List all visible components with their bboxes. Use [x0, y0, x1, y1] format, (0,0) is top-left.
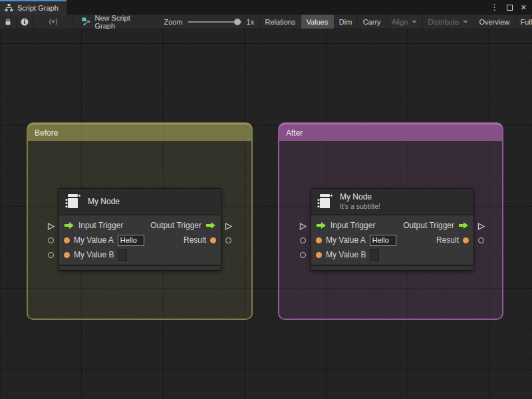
input-trigger-port-icon[interactable]	[316, 221, 327, 229]
relations-button[interactable]: Relations	[260, 15, 301, 29]
node-body: Input Trigger Output Trigger My Value A …	[59, 215, 221, 265]
unit-icon	[317, 193, 334, 210]
zoom-value: 1x	[247, 18, 255, 26]
tab-title: Script Graph	[17, 4, 59, 12]
node-titles: My Node	[88, 197, 120, 207]
value-a-row: My Value A Result	[59, 233, 221, 247]
zoom-slider-handle[interactable]	[234, 19, 241, 25]
external-trigger-port-icon[interactable]	[47, 222, 55, 231]
node-my-node-before[interactable]: My Node Input Trigger Output Trigger	[59, 188, 221, 271]
external-trigger-port-icon[interactable]	[299, 222, 307, 231]
node-my-node-after[interactable]: My Node It's a subtitle! Input Trigger O…	[311, 188, 474, 271]
result-label: Result	[184, 235, 206, 245]
output-trigger-port-icon[interactable]	[458, 221, 469, 229]
graph-toolbar: ⟨×⟩ New Script Graph Zoom 1x	[0, 15, 532, 29]
group-after-header[interactable]: After	[279, 124, 502, 141]
lock-icon	[4, 18, 12, 26]
input-trigger-port-icon[interactable]	[64, 221, 74, 229]
external-trigger-port-icon[interactable]	[224, 222, 233, 231]
zoom-control: Zoom 1x	[154, 18, 259, 26]
external-value-port-icon[interactable]	[48, 237, 54, 243]
value-a-label: My Value A	[326, 235, 366, 245]
node-header[interactable]: My Node	[59, 189, 221, 215]
group-before-header[interactable]: Before	[28, 124, 251, 141]
code-icon: ⟨×⟩	[49, 18, 58, 25]
external-trigger-port-icon[interactable]	[477, 222, 485, 231]
node-body: Input Trigger Output Trigger My Value A …	[311, 215, 473, 265]
value-b-input[interactable]	[118, 249, 127, 261]
graph-icon	[5, 4, 13, 12]
dim-button[interactable]: Dim	[334, 15, 358, 29]
chevron-down-icon	[412, 21, 417, 23]
tab-script-graph[interactable]: Script Graph	[0, 0, 66, 15]
value-a-input[interactable]	[118, 235, 144, 246]
value-b-port-icon[interactable]	[316, 252, 322, 258]
zoom-label: Zoom	[164, 18, 182, 26]
value-b-row: My Value B	[59, 247, 221, 262]
node-header[interactable]: My Node It's a subtitle!	[311, 189, 473, 215]
chevron-down-icon	[463, 21, 468, 23]
value-a-label: My Value A	[74, 235, 114, 245]
value-b-input[interactable]	[370, 249, 379, 261]
maximize-icon[interactable]	[507, 5, 513, 11]
toolbar-right: Relations Values Dim Carry Align Distrib…	[259, 15, 532, 29]
lock-button[interactable]	[0, 15, 16, 29]
output-trigger-label: Output Trigger	[150, 221, 201, 230]
node-title: My Node	[340, 192, 380, 202]
external-value-port-icon[interactable]	[300, 252, 306, 258]
new-script-graph-label: New Script Graph	[95, 14, 148, 30]
node-titles: My Node It's a subtitle!	[340, 192, 380, 211]
overview-button[interactable]: Overview	[473, 15, 515, 29]
node-footer	[59, 265, 221, 270]
external-value-port-icon[interactable]	[225, 237, 231, 243]
group-label: After	[286, 128, 303, 138]
info-button[interactable]	[17, 15, 33, 29]
close-icon[interactable]: ✕	[521, 3, 527, 12]
node-subtitle: It's a subtitle!	[340, 202, 380, 211]
new-script-graph-button[interactable]: New Script Graph	[74, 14, 155, 30]
output-trigger-label: Output Trigger	[403, 221, 454, 230]
align-dropdown[interactable]: Align	[386, 15, 422, 29]
graph-canvas[interactable]: Before After	[0, 29, 532, 399]
script-graph-window: Script Graph ⋮ ✕	[0, 0, 532, 399]
fullscreen-button[interactable]: Full Scr	[515, 15, 532, 29]
value-a-input[interactable]	[370, 235, 396, 246]
align-label: Align	[392, 18, 408, 26]
zoom-slider[interactable]	[188, 18, 241, 26]
input-trigger-label: Input Trigger	[78, 221, 123, 230]
graph-asset-icon	[82, 17, 91, 26]
tab-bar: Script Graph ⋮ ✕	[0, 0, 532, 15]
distribute-label: Distribute	[428, 18, 459, 26]
external-value-port-icon[interactable]	[300, 237, 306, 243]
code-preview-button[interactable]: ⟨×⟩	[34, 15, 73, 29]
unit-icon	[65, 193, 82, 210]
carry-button[interactable]: Carry	[358, 15, 386, 29]
external-value-port-icon[interactable]	[48, 252, 54, 258]
value-a-port-icon[interactable]	[316, 237, 322, 243]
distribute-dropdown[interactable]: Distribute	[423, 15, 473, 29]
trigger-row: Input Trigger Output Trigger	[59, 218, 221, 233]
value-a-port-icon[interactable]	[64, 237, 70, 243]
input-trigger-label: Input Trigger	[331, 221, 375, 230]
info-icon	[21, 18, 29, 26]
trigger-row: Input Trigger Output Trigger	[311, 218, 473, 233]
external-value-port-icon[interactable]	[478, 237, 484, 243]
result-port-icon[interactable]	[210, 237, 216, 243]
value-b-label: My Value B	[74, 250, 114, 259]
value-b-row: My Value B	[311, 247, 473, 262]
value-b-label: My Value B	[326, 250, 366, 259]
output-trigger-port-icon[interactable]	[205, 221, 216, 229]
menu-dots-icon[interactable]: ⋮	[491, 3, 499, 12]
node-title: My Node	[88, 197, 120, 207]
zoom-slider-track	[188, 21, 241, 23]
group-label: Before	[35, 128, 58, 138]
values-button[interactable]: Values	[301, 15, 334, 29]
value-a-row: My Value A Result	[311, 233, 473, 247]
node-footer	[311, 265, 473, 270]
window-controls: ⋮ ✕	[491, 0, 532, 15]
value-b-port-icon[interactable]	[64, 252, 70, 258]
result-port-icon[interactable]	[463, 237, 469, 243]
result-label: Result	[436, 235, 459, 245]
